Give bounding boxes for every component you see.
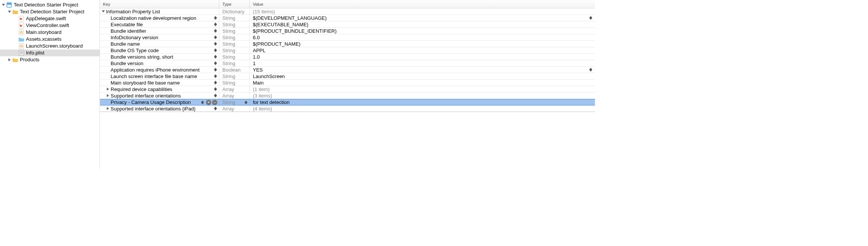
file-row[interactable]: ViewController.swift	[0, 22, 100, 29]
key-stepper-icon[interactable]	[214, 28, 217, 34]
disclosure-right-icon[interactable]	[106, 87, 110, 91]
plist-value[interactable]: (4 items)	[253, 105, 272, 112]
file-row-selected[interactable]: Info.plist	[0, 50, 100, 56]
plist-value[interactable]: LaunchScreen	[253, 73, 285, 80]
plist-row[interactable]: Bundle OS Type codeStringAPPL	[100, 47, 595, 54]
plist-row[interactable]: Required device capabilitiesArray(1 item…	[100, 86, 595, 93]
column-header-key[interactable]: Key	[100, 0, 219, 8]
plist-row[interactable]: Supported interface orientations (iPad)A…	[100, 105, 595, 112]
plist-value[interactable]: YES	[253, 67, 263, 73]
plist-type: String	[222, 60, 235, 67]
disclosure-right-icon[interactable]	[8, 58, 11, 62]
plist-value[interactable]: 1.0	[253, 54, 260, 60]
key-stepper-icon[interactable]	[214, 86, 217, 92]
plist-type: String	[222, 80, 235, 86]
plist-value[interactable]: 1	[253, 60, 256, 67]
plist-key: Application requires iPhone environment	[111, 67, 199, 73]
file-row[interactable]: Assets.xcassets	[0, 36, 100, 43]
plist-row[interactable]: Executable fileString$(EXECUTABLE_NAME)	[100, 21, 595, 28]
plist-row[interactable]: Supported interface orientationsArray(3 …	[100, 93, 595, 99]
svg-marker-50	[214, 96, 217, 97]
disclosure-down-icon[interactable]	[101, 10, 105, 13]
plist-body: Information Property List Dictionary (15…	[100, 8, 595, 169]
svg-marker-30	[214, 44, 217, 46]
value-stepper-icon[interactable]	[589, 15, 593, 21]
plist-root-row[interactable]: Information Property List Dictionary (15…	[100, 8, 595, 15]
svg-marker-54	[244, 102, 248, 104]
svg-marker-44	[214, 83, 217, 85]
plist-row[interactable]: Bundle versions string, shortString1.0	[100, 54, 595, 60]
plist-value[interactable]: $(EXECUTABLE_NAME)	[253, 21, 309, 28]
key-stepper-icon[interactable]	[214, 35, 217, 40]
plist-key: Bundle versions string, short	[111, 54, 173, 60]
folder-icon	[12, 9, 18, 15]
key-stepper-icon[interactable]	[214, 61, 217, 66]
plist-key: Required device capabilities	[111, 86, 172, 93]
column-header-value[interactable]: Value	[250, 0, 595, 8]
key-stepper-icon[interactable]	[214, 54, 217, 59]
plist-row[interactable]: Bundle versionString1	[100, 60, 595, 67]
disclosure-right-icon[interactable]	[106, 107, 110, 110]
svg-marker-52	[201, 102, 204, 104]
plist-value[interactable]: $(PRODUCT_BUNDLE_IDENTIFIER)	[253, 28, 337, 34]
products-group-row[interactable]: Products	[0, 56, 100, 63]
plist-value[interactable]: APPL	[253, 47, 265, 54]
type-stepper-icon[interactable]	[244, 100, 248, 105]
file-label: Info.plist	[26, 50, 44, 56]
products-label: Products	[20, 56, 39, 63]
project-root-label: Text Detection Starter Project	[14, 2, 78, 8]
swift-file-icon	[18, 22, 24, 29]
key-stepper-icon[interactable]	[214, 93, 217, 98]
plist-value[interactable]: (1 item)	[253, 86, 270, 93]
disclosure-down-icon[interactable]	[8, 10, 11, 14]
plist-value[interactable]: (3 items)	[253, 93, 272, 99]
key-stepper-icon[interactable]	[214, 41, 217, 46]
plist-row[interactable]: Bundle nameString$(PRODUCT_NAME)	[100, 41, 595, 47]
plist-row[interactable]: Launch screen interface file base nameSt…	[100, 73, 595, 80]
plist-type: String	[222, 15, 235, 21]
key-stepper-icon[interactable]	[214, 106, 217, 111]
plist-row[interactable]: Localization native development regionSt…	[100, 15, 595, 21]
plist-key: InfoDictionary version	[111, 34, 158, 41]
plist-header: Key Type Value	[100, 0, 595, 8]
svg-marker-40	[589, 70, 592, 72]
project-navigator: Text Detection Starter Project Text Dete…	[0, 0, 100, 169]
project-root-row[interactable]: Text Detection Starter Project	[0, 2, 100, 8]
value-stepper-icon[interactable]	[589, 67, 593, 72]
key-stepper-icon[interactable]	[214, 48, 217, 53]
plist-row[interactable]: InfoDictionary versionString6.0	[100, 34, 595, 41]
plist-row[interactable]: Main storyboard file base nameStringMain	[100, 80, 595, 86]
svg-rect-14	[20, 51, 23, 52]
svg-marker-20	[214, 18, 217, 20]
plist-row[interactable]: Privacy - Camera Usage DescriptionString…	[100, 99, 595, 105]
key-stepper-icon[interactable]	[214, 80, 217, 85]
plist-key: Bundle identifier	[111, 28, 146, 34]
file-row[interactable]: AppDelegate.swift	[0, 15, 100, 22]
key-stepper-icon[interactable]	[214, 15, 217, 21]
key-stepper-icon[interactable]	[214, 22, 217, 27]
key-stepper-icon[interactable]	[214, 67, 217, 72]
remove-row-button[interactable]	[212, 100, 217, 105]
plist-key: Bundle OS Type code	[111, 47, 159, 54]
plist-value[interactable]: 6.0	[253, 34, 260, 41]
plist-type: Boolean	[222, 67, 241, 73]
file-row[interactable]: Main.storyboard	[0, 29, 100, 36]
svg-marker-22	[589, 18, 592, 20]
plist-editor: Key Type Value Information Property List…	[100, 0, 595, 169]
svg-marker-57	[214, 109, 217, 110]
plist-row[interactable]: Bundle identifierString$(PRODUCT_BUNDLE_…	[100, 28, 595, 34]
disclosure-down-icon[interactable]	[2, 3, 5, 7]
key-stepper-icon[interactable]	[214, 73, 217, 79]
column-header-type[interactable]: Type	[219, 0, 250, 8]
disclosure-right-icon[interactable]	[106, 94, 110, 97]
plist-value[interactable]: $(DEVELOPMENT_LANGUAGE)	[253, 15, 327, 21]
file-row[interactable]: LaunchScreen.storyboard	[0, 43, 100, 50]
plist-row[interactable]: Application requires iPhone environmentB…	[100, 67, 595, 73]
plist-value[interactable]: for text detection	[253, 99, 289, 105]
plist-key: Supported interface orientations (iPad)	[111, 105, 196, 112]
group-row[interactable]: Text Detection Starter Project	[0, 8, 100, 15]
key-stepper-icon[interactable]	[201, 100, 204, 105]
plist-value[interactable]: $(PRODUCT_NAME)	[253, 41, 301, 47]
plist-value[interactable]: Main	[253, 80, 264, 86]
add-row-button[interactable]	[206, 100, 211, 105]
